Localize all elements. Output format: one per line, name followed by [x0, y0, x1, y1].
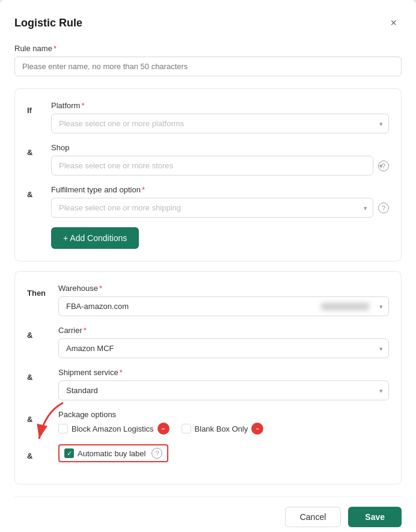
shop-select-wrapper: Please select one or more stores ▾ ?	[51, 156, 389, 176]
shipment-select-wrapper: Standard ▾	[58, 381, 389, 400]
warehouse-row: Then Warehouse* FBA-amazon.com ▾	[27, 284, 389, 316]
fulfillment-label: Fulfilment type and option*	[51, 185, 389, 194]
platform-select-wrapper: Please select one or more platforms ▾	[51, 114, 389, 133]
shop-help-icon[interactable]: ?	[378, 161, 389, 171]
warehouse-select-wrapper: FBA-amazon.com ▾	[58, 296, 389, 316]
block-amazon-label: Block Amazon Logistics	[72, 424, 154, 433]
platform-select[interactable]: Please select one or more platforms	[51, 114, 389, 133]
carrier-label: Carrier*	[58, 326, 389, 335]
modal-footer: Cancel Save	[14, 497, 402, 527]
carrier-select[interactable]: Amazon MCF	[58, 338, 389, 358]
close-button[interactable]: ×	[385, 14, 402, 32]
shipment-row: & Shipment service* Standard ▾	[27, 368, 389, 400]
shop-label: Shop	[51, 143, 389, 152]
shipment-label: Shipment service*	[58, 368, 389, 377]
fulfillment-help-icon[interactable]: ?	[378, 203, 389, 213]
shop-and-label: &	[27, 143, 44, 157]
auto-buy-checkbox[interactable]: ✓	[64, 448, 74, 458]
auto-buy-help-icon[interactable]: ?	[151, 448, 162, 459]
fulfillment-content: Fulfilment type and option* Please selec…	[51, 185, 389, 218]
then-section: Then Warehouse* FBA-amazon.com ▾ &	[14, 271, 402, 485]
if-label: If	[27, 101, 44, 115]
fulfillment-select[interactable]: Please select one or more shipping	[51, 198, 373, 218]
save-button[interactable]: Save	[348, 507, 402, 527]
modal-header: Logistic Rule ×	[14, 14, 402, 32]
package-and-label: &	[27, 410, 51, 424]
warehouse-select[interactable]: FBA-amazon.com	[58, 296, 389, 316]
if-section: If Platform* Please select one or more p…	[14, 88, 402, 261]
block-amazon-group: Block Amazon Logistics –	[58, 423, 170, 435]
fulfillment-row: & Fulfilment type and option* Please sel…	[27, 185, 389, 218]
carrier-content: Carrier* Amazon MCF ▾	[58, 326, 389, 358]
auto-buy-row: & ✓ Automatic buy label ?	[27, 444, 389, 462]
warehouse-content: Warehouse* FBA-amazon.com ▾	[58, 284, 389, 316]
block-amazon-toggle-icon[interactable]: –	[158, 423, 170, 435]
package-options-checkboxes: Block Amazon Logistics – Blank Box Only …	[58, 423, 389, 435]
platform-row: If Platform* Please select one or more p…	[27, 101, 389, 133]
rule-name-input[interactable]	[14, 57, 402, 76]
shipment-and-label: &	[27, 368, 51, 382]
fulfillment-and-label: &	[27, 185, 44, 199]
rule-name-label: Rule name*	[14, 44, 402, 53]
cancel-button[interactable]: Cancel	[285, 507, 341, 527]
modal-title: Logistic Rule	[14, 17, 82, 29]
blank-box-group: Blank Box Only –	[182, 423, 264, 435]
auto-buy-content: ✓ Automatic buy label ?	[58, 444, 389, 462]
auto-buy-label: Automatic buy label	[78, 449, 145, 458]
shop-row: & Shop Please select one or more stores …	[27, 143, 389, 176]
then-label: Then	[27, 284, 51, 298]
fulfillment-select-wrapper: Please select one or more shipping ▾	[51, 198, 373, 218]
carrier-and-label: &	[27, 326, 51, 340]
blank-box-label: Blank Box Only	[195, 424, 248, 433]
platform-label: Platform*	[51, 101, 389, 110]
add-conditions-button[interactable]: + Add Conditions	[51, 227, 139, 249]
package-options-label: Package options	[58, 410, 389, 419]
block-amazon-checkbox[interactable]	[58, 424, 68, 433]
logistic-rule-modal: Logistic Rule × Rule name* If Platform* …	[0, 0, 416, 532]
carrier-select-wrapper: Amazon MCF ▾	[58, 338, 389, 358]
auto-buy-highlight-box: ✓ Automatic buy label ?	[58, 444, 168, 462]
rule-name-section: Rule name*	[14, 44, 402, 76]
shipment-select[interactable]: Standard	[58, 381, 389, 400]
package-options-row: & Package options Block Amazon Logistics…	[27, 410, 389, 435]
package-content: Package options Block Amazon Logistics –…	[58, 410, 389, 435]
fulfillment-select-row: Please select one or more shipping ▾ ?	[51, 198, 389, 218]
carrier-row: & Carrier* Amazon MCF ▾	[27, 326, 389, 358]
auto-buy-and-label: &	[27, 447, 51, 460]
warehouse-blurred	[321, 303, 369, 310]
shop-select[interactable]: Please select one or more stores	[51, 156, 373, 176]
shop-content: Shop Please select one or more stores ▾ …	[51, 143, 389, 176]
blank-box-toggle-icon[interactable]: –	[251, 423, 263, 435]
platform-content: Platform* Please select one or more plat…	[51, 101, 389, 133]
blank-box-checkbox[interactable]	[182, 424, 191, 433]
shipment-content: Shipment service* Standard ▾	[58, 368, 389, 400]
warehouse-label: Warehouse*	[58, 284, 389, 293]
